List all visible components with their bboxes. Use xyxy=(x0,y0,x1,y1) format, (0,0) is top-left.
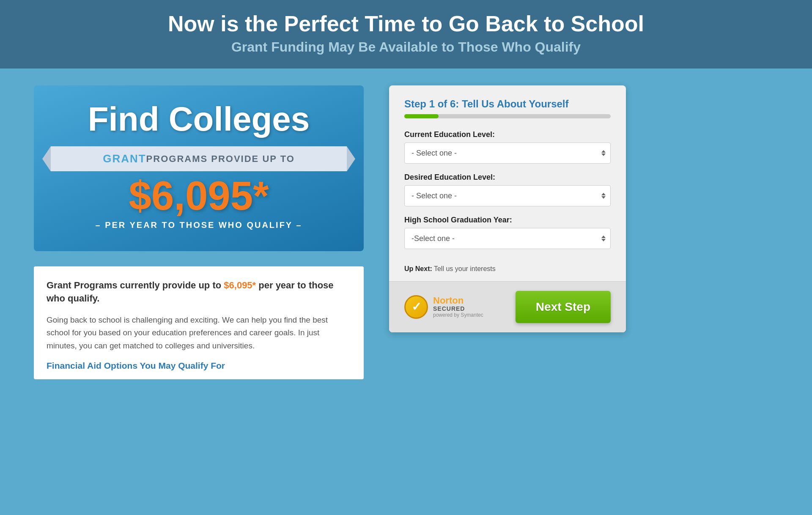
hero-box: Find Colleges GRANT PROGRAMS PROVIDE UP … xyxy=(34,85,364,251)
desired-education-field-group: Desired Education Level: - Select one - … xyxy=(404,173,611,206)
header-subtitle: Grant Funding May Be Available to Those … xyxy=(17,39,795,55)
per-year-text: – PER YEAR TO THOSE WHO QUALIFY – xyxy=(55,220,343,230)
graduation-year-label: High School Graduation Year: xyxy=(404,216,611,225)
left-panel: Find Colleges GRANT PROGRAMS PROVIDE UP … xyxy=(34,85,364,379)
info-grant-amount: $6,095* xyxy=(224,280,256,290)
progress-bar-fill xyxy=(404,114,439,118)
desired-education-select-wrapper[interactable]: - Select one - Associate's Degree Bachel… xyxy=(404,185,611,206)
current-education-field-group: Current Education Level: - Select one - … xyxy=(404,130,611,164)
main-content: Find Colleges GRANT PROGRAMS PROVIDE UP … xyxy=(0,68,812,396)
norton-icon: ✓ xyxy=(404,295,428,319)
form-panel: Step 1 of 6: Tell Us About Yourself Curr… xyxy=(389,85,626,332)
current-education-select-wrapper[interactable]: - Select one - Some High School High Sch… xyxy=(404,142,611,164)
info-grant-text: Grant Programs currently provide up to $… xyxy=(47,279,351,305)
info-body-text: Going back to school is challenging and … xyxy=(47,314,351,352)
info-link[interactable]: Financial Aid Options You May Qualify Fo… xyxy=(47,361,351,371)
ribbon-inner: GRANT PROGRAMS PROVIDE UP TO xyxy=(68,152,330,165)
page-header: Now is the Perfect Time to Go Back to Sc… xyxy=(0,0,812,68)
grant-ribbon: GRANT PROGRAMS PROVIDE UP TO xyxy=(51,146,347,171)
norton-name: Norton xyxy=(433,296,483,305)
up-next-text: Up Next: Tell us your interests xyxy=(404,258,611,281)
norton-powered-label: powered by Symantec xyxy=(433,312,483,318)
up-next-value: Tell us your interests xyxy=(434,265,496,272)
desired-education-label: Desired Education Level: xyxy=(404,173,611,182)
desired-education-select[interactable]: - Select one - Associate's Degree Bachel… xyxy=(404,185,611,206)
graduation-year-field-group: High School Graduation Year: -Select one… xyxy=(404,216,611,249)
ribbon-programs-label: PROGRAMS PROVIDE UP TO xyxy=(146,153,295,164)
next-step-button[interactable]: Next Step xyxy=(516,291,611,323)
norton-text-group: Norton SECURED powered by Symantec xyxy=(433,296,483,318)
norton-badge: ✓ Norton SECURED powered by Symantec xyxy=(404,295,483,319)
norton-checkmark-icon: ✓ xyxy=(411,301,421,313)
current-education-select[interactable]: - Select one - Some High School High Sch… xyxy=(404,142,611,164)
up-next-label: Up Next: xyxy=(404,265,432,272)
find-colleges-heading: Find Colleges xyxy=(55,102,343,136)
info-grant-prefix: Grant Programs currently provide up to xyxy=(47,280,224,290)
norton-secured-label: SECURED xyxy=(433,305,483,312)
progress-bar-background xyxy=(404,114,611,118)
form-footer: ✓ Norton SECURED powered by Symantec Nex… xyxy=(389,281,626,332)
grant-amount: $6,095* xyxy=(55,175,343,216)
current-education-label: Current Education Level: xyxy=(404,130,611,139)
info-section: Grant Programs currently provide up to $… xyxy=(34,266,364,379)
step-title: Step 1 of 6: Tell Us About Yourself xyxy=(404,98,611,110)
form-inner: Step 1 of 6: Tell Us About Yourself Curr… xyxy=(389,85,626,281)
header-title: Now is the Perfect Time to Go Back to Sc… xyxy=(17,12,795,36)
graduation-year-select-wrapper[interactable]: -Select one - 2024 2023 2022 2021 2020 2… xyxy=(404,228,611,249)
graduation-year-select[interactable]: -Select one - 2024 2023 2022 2021 2020 2… xyxy=(404,228,611,249)
ribbon-grant-label: GRANT xyxy=(103,152,146,165)
